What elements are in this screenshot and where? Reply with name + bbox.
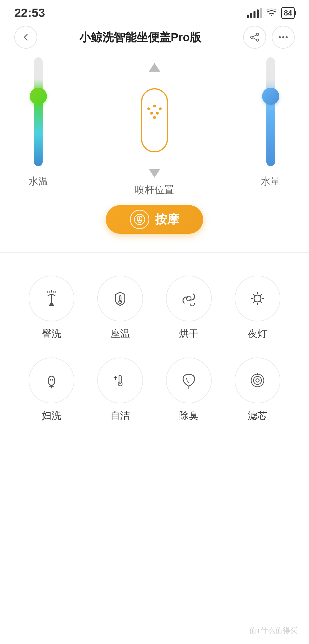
svg-point-0 (256, 33, 259, 36)
battery-icon: 84 (281, 7, 295, 19)
svg-point-27 (254, 295, 261, 302)
share-button[interactable] (243, 26, 266, 49)
function-grid: 臀洗 座温 (0, 258, 309, 451)
svg-point-40 (52, 379, 54, 381)
svg-rect-36 (49, 376, 54, 385)
grid-item-seat-temp[interactable]: 座温 (92, 276, 149, 340)
svg-point-5 (279, 36, 281, 38)
night-light-label: 夜灯 (248, 327, 267, 340)
grid-row-2: 妇洗 自洁 (23, 358, 286, 422)
water-amount-slider[interactable]: 水量 (261, 57, 280, 188)
status-time: 22:53 (14, 6, 45, 20)
sliders-container: 水温 喷杆位置 (17, 57, 292, 197)
svg-point-14 (153, 116, 156, 119)
svg-point-46 (253, 376, 262, 384)
back-button[interactable] (14, 26, 37, 49)
signal-icon (247, 8, 262, 18)
filter-label: 滤芯 (248, 409, 267, 422)
wifi-icon (266, 8, 277, 17)
status-icons: 84 (247, 7, 295, 19)
hip-wash-icon-circle (29, 276, 74, 321)
self-clean-icon-circle (97, 358, 143, 403)
header: 小鲸洗智能坐便盖Pro版 (0, 23, 309, 52)
svg-point-13 (156, 112, 159, 115)
water-temp-label: 水温 (29, 175, 48, 188)
svg-rect-23 (49, 305, 54, 306)
svg-point-7 (286, 36, 288, 38)
deodorize-icon-circle (166, 358, 212, 403)
svg-point-10 (153, 105, 156, 107)
svg-line-32 (253, 294, 254, 295)
dry-icon-circle (166, 276, 212, 321)
svg-point-12 (150, 112, 153, 115)
svg-line-3 (253, 35, 256, 37)
svg-rect-8 (142, 89, 167, 152)
nozzle-position-control: 喷杆位置 (48, 57, 261, 197)
svg-point-9 (147, 107, 150, 110)
grid-row-1: 臀洗 座温 (23, 276, 286, 340)
massage-label: 按摩 (155, 211, 179, 227)
grid-item-hip-wash[interactable]: 臀洗 (23, 276, 80, 340)
water-amount-handle[interactable] (262, 88, 279, 105)
svg-line-35 (253, 302, 254, 303)
water-amount-track (266, 57, 275, 166)
fem-wash-icon-circle (29, 358, 74, 403)
watermark-text: 值↑什么值得买 (249, 626, 298, 635)
water-amount-label: 水量 (261, 175, 280, 188)
grid-item-night-light[interactable]: 夜灯 (229, 276, 286, 340)
svg-line-20 (49, 291, 50, 292)
grid-item-dry[interactable]: 烘干 (160, 276, 217, 340)
seat-temp-label: 座温 (110, 327, 130, 340)
dry-label: 烘干 (179, 327, 199, 340)
filter-icon-circle (235, 358, 280, 403)
nozzle-diagram (132, 74, 177, 166)
water-temp-handle[interactable] (30, 88, 47, 105)
svg-point-2 (256, 39, 259, 41)
svg-point-6 (282, 36, 284, 38)
section-divider (0, 252, 309, 253)
nozzle-label: 喷杆位置 (135, 183, 174, 197)
water-temp-track (34, 57, 43, 166)
page-title: 小鲸洗智能坐便盖Pro版 (79, 30, 201, 45)
grid-item-fem-wash[interactable]: 妇洗 (23, 358, 80, 422)
more-button[interactable] (272, 26, 295, 49)
massage-icon (130, 210, 149, 229)
svg-rect-22 (50, 303, 53, 305)
night-light-icon-circle (235, 276, 280, 321)
control-area: 水温 喷杆位置 (0, 52, 309, 246)
status-bar: 22:53 84 (0, 0, 309, 23)
water-temp-slider[interactable]: 水温 (29, 57, 48, 188)
svg-point-48 (257, 373, 258, 375)
svg-point-42 (118, 382, 122, 386)
grid-item-deodorize[interactable]: 除臭 (160, 358, 217, 422)
seat-temp-icon-circle (97, 276, 143, 321)
svg-line-21 (53, 291, 54, 292)
header-actions (243, 26, 295, 49)
svg-point-47 (256, 379, 259, 382)
massage-button[interactable]: 按摩 (106, 205, 203, 234)
grid-item-self-clean[interactable]: 自洁 (92, 358, 149, 422)
svg-line-4 (253, 38, 256, 40)
svg-point-1 (251, 36, 253, 38)
svg-line-19 (55, 291, 56, 293)
svg-line-34 (261, 294, 262, 295)
self-clean-label: 自洁 (110, 409, 130, 422)
battery-level: 84 (284, 9, 292, 17)
nozzle-up-arrow[interactable] (149, 63, 160, 72)
svg-line-17 (47, 291, 48, 293)
watermark: 值↑什么值得买 (249, 625, 298, 635)
deodorize-label: 除臭 (179, 409, 199, 422)
grid-item-filter[interactable]: 滤芯 (229, 358, 286, 422)
svg-point-11 (159, 107, 162, 110)
svg-point-45 (251, 374, 264, 387)
hip-wash-label: 臀洗 (42, 327, 61, 340)
svg-line-33 (261, 302, 262, 303)
svg-point-25 (119, 301, 122, 303)
nozzle-down-arrow[interactable] (149, 169, 160, 178)
svg-point-39 (50, 379, 51, 381)
fem-wash-label: 妇洗 (42, 409, 61, 422)
